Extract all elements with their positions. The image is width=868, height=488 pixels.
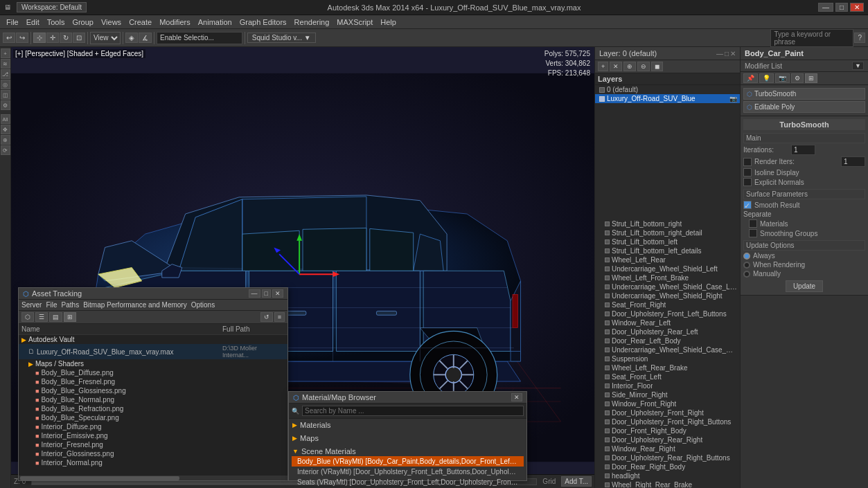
update-button[interactable]: Update: [786, 280, 823, 292]
layer-item[interactable]: Seat_Front_Left: [595, 372, 740, 381]
iterations-input[interactable]: [791, 145, 815, 155]
layer-item[interactable]: Door_Rear_Left_Body: [595, 336, 740, 345]
asset-menu-bitmap[interactable]: Bitmap Performance and Memory: [83, 301, 187, 309]
menu-tools[interactable]: Tools: [44, 18, 69, 26]
select-btn[interactable]: ⊹: [33, 33, 46, 43]
workspace-selector[interactable]: Workspace: Default: [17, 2, 87, 12]
list-item[interactable]: ■ Body_Blue_Glossiness.png: [19, 386, 287, 395]
list-item[interactable]: ■ Interior_Normal.png: [19, 458, 287, 467]
asset-menu-file[interactable]: File: [46, 301, 57, 309]
asset-restore-button[interactable]: □: [262, 289, 271, 298]
layer-item[interactable]: Door_Upholstery_Front_Right: [595, 408, 740, 417]
asset-tb-1[interactable]: ⬡: [21, 312, 34, 322]
reference-coord-dropdown[interactable]: View: [90, 32, 121, 44]
layer-item[interactable]: Door_Upholstery_Rear_Right: [595, 435, 740, 444]
render-iters-checkbox[interactable]: [743, 158, 752, 166]
layers-minimize[interactable]: —: [716, 50, 723, 57]
list-item[interactable]: ▶ Autodesk Vault: [19, 335, 287, 344]
layer-item[interactable]: Strut_Lift_bottom_left: [595, 237, 740, 246]
motion-tool[interactable]: ◎: [1, 80, 10, 89]
layers-remove-selected[interactable]: ⊖: [637, 62, 650, 71]
layers-close[interactable]: ✕: [730, 50, 736, 57]
layer-item[interactable]: Door_Upholstery_Front_Left_Buttons: [595, 309, 740, 318]
material-search-input[interactable]: [302, 406, 524, 416]
list-item[interactable]: 🗋 Luxury_Off-Road_SUV_Blue_max_vray.max …: [19, 344, 287, 359]
light-icon[interactable]: 💡: [759, 73, 774, 83]
layer-item[interactable]: Undercarriage_Wheel_Shield_Left: [595, 264, 740, 273]
list-item[interactable]: ■ Body_Blue_Normal.png: [19, 395, 287, 404]
list-item[interactable]: ■ Interior_Diffuse.png: [19, 422, 287, 431]
squid-studio-dropdown[interactable]: Squid Studio v... ▼: [247, 33, 316, 43]
layer-item[interactable]: Door_Upholstery_Rear_Left: [595, 327, 740, 336]
layer-item[interactable]: Wheel_Left_Front_Brake: [595, 273, 740, 282]
menu-file[interactable]: File: [3, 18, 22, 26]
modifier-list-dropdown[interactable]: ▼: [852, 62, 864, 70]
layer-item[interactable]: Undercarriage_Wheel_Shield_Case_Right: [595, 345, 740, 354]
isoline-checkbox[interactable]: [743, 168, 752, 177]
layer-item[interactable]: Undercarriage_Wheel_Shield_Right: [595, 291, 740, 300]
list-item[interactable]: ■ Interior_Glossiness.png: [19, 449, 287, 458]
render-iters-input[interactable]: [841, 156, 865, 167]
asset-tb-settings[interactable]: ≡: [274, 312, 285, 322]
layer-item[interactable]: Seat_Front_Right: [595, 300, 740, 309]
viewport-pan[interactable]: ✥: [1, 125, 10, 134]
materials-section-header[interactable]: ▶ Materials: [292, 420, 524, 430]
layers-sublist[interactable]: Strut_Lift_bottom_rightStrut_Lift_bottom…: [595, 219, 740, 488]
layers-list[interactable]: 0 (default) Luxury_Off-Road_SUV_Blue 📷: [595, 85, 740, 219]
search-input[interactable]: Type a keyword or phrase: [770, 29, 853, 47]
asset-list[interactable]: ▶ Autodesk Vault 🗋 Luxury_Off-Road_SUV_B…: [19, 335, 287, 475]
layer-item-default[interactable]: 0 (default): [595, 85, 740, 94]
menu-rendering[interactable]: Rendering: [291, 18, 333, 26]
display-tool[interactable]: ◫: [1, 90, 10, 100]
layer-item[interactable]: Undercarriage_Wheel_Shield_Case_Left: [595, 282, 740, 291]
layer-item[interactable]: Door_Rear_Right_Body: [595, 462, 740, 471]
add-t-button[interactable]: Add T...: [561, 476, 592, 487]
named-selection-input[interactable]: Enable Selectio...: [157, 32, 242, 44]
asset-tb-3[interactable]: ▤: [49, 312, 62, 322]
layer-item[interactable]: Suspension: [595, 354, 740, 363]
minimize-button[interactable]: —: [818, 3, 833, 12]
viewport-zoom[interactable]: ⊕: [1, 135, 10, 145]
menu-graph-editors[interactable]: Graph Editors: [236, 18, 290, 26]
layer-item[interactable]: Wheel_Left_Rear: [595, 255, 740, 264]
when-rendering-radio[interactable]: [743, 262, 750, 269]
asset-minimize-button[interactable]: —: [249, 289, 260, 298]
menu-modifiers[interactable]: Modifiers: [156, 18, 194, 26]
undo-btn[interactable]: ↩: [3, 33, 15, 43]
menu-group[interactable]: Group: [69, 18, 97, 26]
layer-item[interactable]: Door_Upholstery_Rear_Right_Buttons: [595, 453, 740, 462]
scene-material-item-1[interactable]: Interior (VRayMtl) [Door_Upholstery_Fron…: [292, 467, 524, 477]
hierarchy-tool[interactable]: ⎇: [1, 69, 10, 79]
settings-icon[interactable]: ⚙: [791, 73, 804, 83]
scene-material-item-0[interactable]: Body_Blue (VRayMtl) [Body_Car_Paint,Body…: [292, 456, 524, 467]
list-item[interactable]: ▶ Maps / Shaders: [19, 359, 287, 368]
redo-btn[interactable]: ↪: [16, 33, 28, 43]
list-item[interactable]: ■ Body_Blue_Refraction.png: [19, 404, 287, 413]
question-btn[interactable]: ?: [854, 33, 865, 43]
menu-maxscript[interactable]: MAXScript: [333, 18, 376, 26]
layer-item[interactable]: Wheel_Right_Rear_Brake: [595, 480, 740, 488]
layer-item[interactable]: Window_Rear_Left: [595, 318, 740, 327]
list-item[interactable]: ■ Interior_Emissive.png: [19, 431, 287, 440]
menu-help[interactable]: Help: [377, 18, 400, 26]
rotate-btn[interactable]: ↻: [60, 33, 72, 43]
modifier-item-turbos[interactable]: ⬡ TurboSmooth: [743, 88, 865, 100]
create-tool[interactable]: +: [1, 48, 10, 58]
layer-item[interactable]: Door_Upholstery_Front_Right_Buttons: [595, 417, 740, 426]
camera-icon[interactable]: 📷: [775, 73, 790, 83]
asset-tb-2[interactable]: ☰: [35, 312, 48, 322]
angle-snap-btn[interactable]: ∡: [139, 33, 152, 43]
menu-edit[interactable]: Edit: [23, 18, 43, 26]
smooth-result-checkbox[interactable]: ✓: [743, 201, 752, 209]
asset-tb-refresh[interactable]: ↺: [260, 312, 273, 322]
maximize-button[interactable]: □: [835, 3, 848, 12]
asset-tb-4[interactable]: ⊞: [64, 312, 76, 322]
layer-item[interactable]: Window_Front_Right: [595, 399, 740, 408]
layers-select-highlight[interactable]: ◼: [651, 62, 663, 71]
modify-tool[interactable]: ≋: [1, 59, 10, 69]
always-radio[interactable]: [743, 253, 750, 260]
layer-item[interactable]: Interior_Floor: [595, 381, 740, 390]
layer-item[interactable]: Strut_Lift_bottom_right_detail: [595, 228, 740, 237]
layer-item[interactable]: headlight: [595, 471, 740, 480]
menu-animation[interactable]: Animation: [195, 18, 236, 26]
